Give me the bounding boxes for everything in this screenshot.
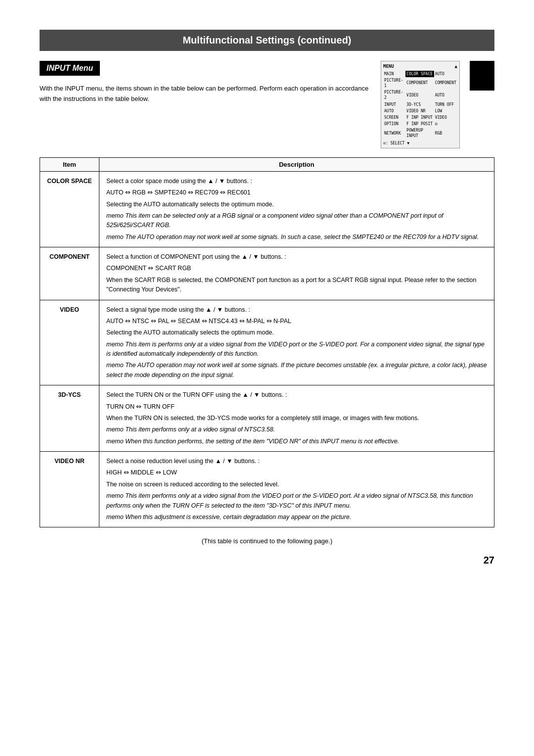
col-header-item: Item xyxy=(40,157,99,171)
intro-text: With the INPUT menu, the items shown in … xyxy=(40,84,371,104)
section-header: INPUT Menu xyxy=(40,61,100,76)
desc-cell-1: Select a function of COMPONENT port usin… xyxy=(99,247,494,300)
continued-note: (This table is continued to the followin… xyxy=(40,537,494,545)
desc-line: When the SCART RGB is selected, the COMP… xyxy=(106,276,487,295)
desc-line: Selecting the AUTO automatically selects… xyxy=(106,328,487,337)
item-label-video: VIDEO xyxy=(40,300,99,385)
desc-line: memo This item performs only at a video … xyxy=(106,425,487,434)
desc-line: memo When this function performs, the se… xyxy=(106,437,487,446)
desc-line: Select a color space mode using the ▲ / … xyxy=(106,177,487,186)
desc-line: AUTO ⇔ NTSC ⇔ PAL ⇔ SECAM ⇔ NTSC4.43 ⇔ M… xyxy=(106,317,487,326)
menu-screenshot: MENU ▲ MAINCOLOR SPACEAUTO PICTURE-1COMP… xyxy=(381,61,460,148)
desc-line: TURN ON ⇔ TURN OFF xyxy=(106,402,487,412)
page-number: 27 xyxy=(40,555,494,566)
desc-line: memo When this adjustment is excessive, … xyxy=(106,513,487,522)
item-label-color-space: COLOR SPACE xyxy=(40,171,99,247)
desc-cell-0: Select a color space mode using the ▲ / … xyxy=(99,171,494,247)
desc-line: HIGH ⇔ MIDDLE ⇔ LOW xyxy=(106,468,487,477)
item-label-3d-ycs: 3D-YCS xyxy=(40,385,99,452)
page-title: Multifunctional Settings (continued) xyxy=(40,30,494,51)
desc-line: memo The AUTO operation may not work wel… xyxy=(106,233,487,242)
table-row: VIDEOSelect a signal type mode using the… xyxy=(40,300,494,385)
desc-line: The noise on screen is reduced according… xyxy=(106,480,487,489)
desc-line: memo The AUTO operation may not work wel… xyxy=(106,361,487,380)
desc-line: Select a signal type mode using the ▲ / … xyxy=(106,305,487,315)
desc-line: AUTO ⇔ RGB ⇔ SMPTE240 ⇔ REC709 ⇔ REC601 xyxy=(106,188,487,197)
item-label-video-nr: VIDEO NR xyxy=(40,452,99,527)
desc-line: Select a function of COMPONENT port usin… xyxy=(106,252,487,262)
table-row: COMPONENTSelect a function of COMPONENT … xyxy=(40,247,494,300)
item-label-component: COMPONENT xyxy=(40,247,99,300)
desc-cell-2: Select a signal type mode using the ▲ / … xyxy=(99,300,494,385)
desc-line: Select the TURN ON or the TURN OFF using… xyxy=(106,390,487,400)
desc-line: memo This item can be selected only at a… xyxy=(106,211,487,231)
desc-line: When the TURN ON is selected, the 3D-YCS… xyxy=(106,414,487,423)
desc-line: memo This item is performs only at a vid… xyxy=(106,340,487,359)
table-row: COLOR SPACESelect a color space mode usi… xyxy=(40,171,494,247)
desc-line: Selecting the AUTO automatically selects… xyxy=(106,200,487,209)
table-row: VIDEO NRSelect a noise reduction level u… xyxy=(40,452,494,527)
desc-line: memo This item performs only at a video … xyxy=(106,491,487,511)
desc-line: COMPONENT ⇔ SCART RGB xyxy=(106,264,487,273)
black-box xyxy=(470,61,494,91)
table-row: 3D-YCSSelect the TURN ON or the TURN OFF… xyxy=(40,385,494,452)
col-header-desc: Description xyxy=(99,157,494,171)
desc-line: Select a noise reduction level using the… xyxy=(106,457,487,466)
desc-cell-4: Select a noise reduction level using the… xyxy=(99,452,494,527)
input-menu-table: Item Description COLOR SPACESelect a col… xyxy=(40,157,494,528)
desc-cell-3: Select the TURN ON or the TURN OFF using… xyxy=(99,385,494,452)
